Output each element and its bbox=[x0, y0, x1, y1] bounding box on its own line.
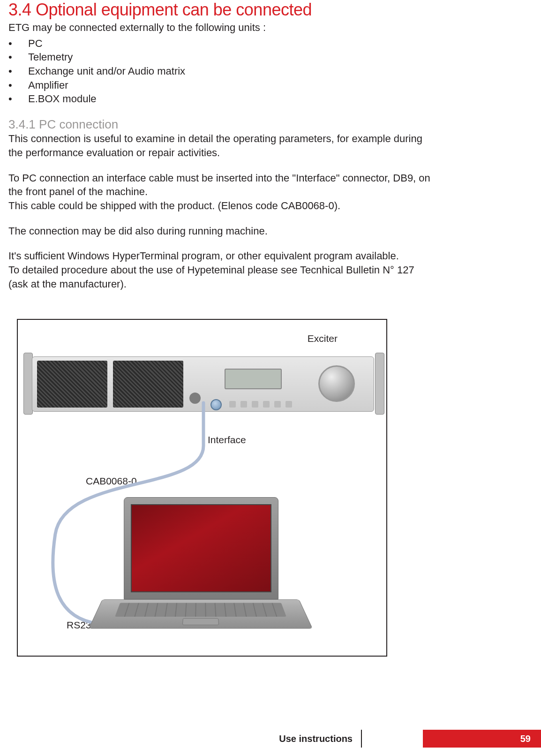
page-footer: Use instructions 59 bbox=[0, 730, 541, 748]
page-number: 59 bbox=[520, 733, 531, 744]
bullet-item: Telemetry bbox=[28, 51, 73, 63]
figure-label-interface: Interface bbox=[208, 434, 246, 446]
section-title: 3.4 Optional equipment can be connected bbox=[8, 0, 522, 20]
body-paragraph: This cable could be shipped with the pro… bbox=[8, 199, 430, 213]
body-paragraph: It's sufficient Windows HyperTerminal pr… bbox=[8, 249, 430, 263]
bullet-item: Exchange unit and/or Audio matrix bbox=[28, 65, 185, 77]
section-intro: ETG may be connected externally to the f… bbox=[8, 21, 522, 35]
figure-label-exciter: Exciter bbox=[308, 333, 338, 344]
body-paragraph: To detailed procedure about the use of H… bbox=[8, 263, 430, 291]
interface-port-icon bbox=[210, 399, 222, 410]
laptop-illustration bbox=[102, 497, 299, 647]
figure-label-cable: CAB0068-0 bbox=[86, 476, 137, 487]
bullet-list: •PC •Telemetry •Exchange unit and/or Aud… bbox=[8, 37, 522, 106]
exciter-device-illustration bbox=[23, 348, 384, 421]
body-paragraph: To PC connection an interface cable must… bbox=[8, 171, 430, 199]
subsection-title: 3.4.1 PC connection bbox=[8, 117, 522, 132]
footer-section-label: Use instructions bbox=[279, 733, 361, 744]
body-paragraph: This connection is useful to examine in … bbox=[8, 132, 430, 159]
figure-connection-diagram: Exciter Interface CAB0068-0 RS232 bbox=[17, 319, 387, 657]
body-paragraph: The connection may be did also during ru… bbox=[8, 224, 430, 238]
bullet-item: Amplifier bbox=[28, 79, 68, 91]
bullet-item: PC bbox=[28, 38, 43, 49]
bullet-item: E.BOX module bbox=[28, 93, 97, 105]
